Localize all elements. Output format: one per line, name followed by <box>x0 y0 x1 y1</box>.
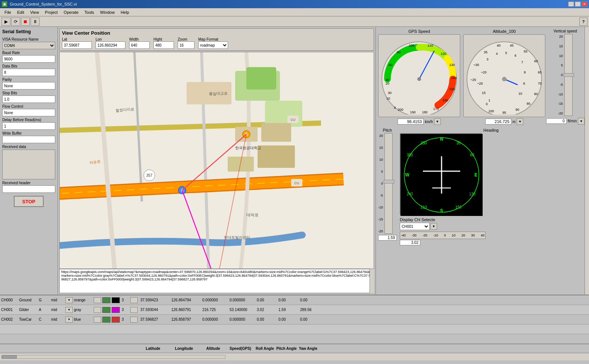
svg-text:0: 0 <box>394 106 396 110</box>
gps-speed-unit-btn[interactable]: ▼ <box>434 118 441 125</box>
vs-value: 0 <box>546 118 567 124</box>
altitude-unit: m <box>512 120 515 124</box>
url-scrollbar[interactable] <box>370 269 374 293</box>
svg-text:4: 4 <box>496 52 498 56</box>
hight-label: Hight <box>153 37 174 41</box>
vs-slider-handle[interactable] <box>564 73 574 77</box>
svg-text:90: 90 <box>515 108 519 112</box>
svg-text:100: 100 <box>488 109 494 113</box>
lat-label: Lat <box>62 37 92 41</box>
ch-yaw: 289.56 <box>300 308 321 312</box>
swatch-green-2[interactable] <box>102 307 110 313</box>
menu-help[interactable]: Help <box>118 9 132 15</box>
hight-input[interactable] <box>153 41 174 49</box>
svg-text:190: 190 <box>410 110 415 114</box>
num-arrow[interactable] <box>130 307 138 313</box>
altitude-display: ~25 ~30 35 40 45 55 60 65 75 80 85 90 95… <box>463 34 545 117</box>
lon-input[interactable] <box>96 41 125 49</box>
url-text: https://maps.googleapis.com/maps/api/sta… <box>61 270 370 281</box>
menu-edit[interactable]: Edit <box>14 9 27 15</box>
delay-input[interactable] <box>2 122 55 130</box>
abort-button[interactable]: ⏹ <box>21 18 30 26</box>
swatch-green-3[interactable] <box>102 317 110 323</box>
swatch-green-1[interactable] <box>102 297 110 303</box>
svg-text:40: 40 <box>497 44 501 47</box>
help-button[interactable]: ? <box>579 18 588 26</box>
svg-text:20: 20 <box>386 82 389 85</box>
ch-roll: 3.02 <box>257 308 277 312</box>
restore-button[interactable]: □ <box>575 1 581 7</box>
svg-text:65: 65 <box>538 70 542 74</box>
ch-name: Ground <box>19 298 38 302</box>
hight-group: Hight <box>153 37 174 49</box>
parity-input[interactable] <box>2 82 55 90</box>
vs-scale: 20151050 -5-10-15-20 <box>558 34 563 116</box>
svg-rect-7 <box>228 157 254 172</box>
ch-select-arrow[interactable]: ▼ <box>430 223 437 230</box>
pitch-slider-handle[interactable] <box>384 180 394 183</box>
scroll-thumb[interactable] <box>2 355 17 358</box>
horizontal-scrollbar[interactable] <box>1 355 225 359</box>
stop-button[interactable]: STOP <box>14 196 44 207</box>
swatch-magenta-2[interactable] <box>112 307 120 313</box>
menu-window[interactable]: Window <box>97 9 118 15</box>
svg-text:100: 100 <box>409 44 414 47</box>
svg-text:CU: CU <box>291 118 296 122</box>
pitch-title: Pitch <box>378 128 397 132</box>
num-arrow[interactable] <box>130 317 138 323</box>
minimize-button[interactable]: _ <box>568 1 574 7</box>
ch-id: CH000 <box>1 298 18 302</box>
menu-operate[interactable]: Operate <box>61 9 82 15</box>
color-arrow[interactable] <box>94 307 101 313</box>
svg-text:통일대교로: 통일대교로 <box>209 91 228 96</box>
svg-text:150: 150 <box>455 205 462 209</box>
num-arrow[interactable] <box>130 297 138 303</box>
ch-select-label: Display CH Selecte <box>400 217 582 222</box>
ch-size-arrow[interactable]: ▼ <box>65 317 73 323</box>
format-select[interactable]: roadmap <box>198 41 228 49</box>
map-header: View Center Position Lat Lon Width Hight <box>59 28 374 51</box>
stop-bits-input[interactable] <box>2 95 55 103</box>
ch-select-area: Display CH Selecte CH001 ▼ <box>400 217 582 230</box>
altitude-unit-btn[interactable]: ▼ <box>517 118 523 125</box>
zoom-input[interactable] <box>178 41 194 49</box>
flow-input[interactable] <box>2 109 55 116</box>
visa-select[interactable]: COM4 <box>2 42 55 49</box>
table-row-empty <box>0 334 589 344</box>
vs-unit-btn[interactable]: ▼ <box>578 118 585 125</box>
altitude-value-row: 216.725 m ▼ <box>485 118 523 125</box>
baud-input[interactable] <box>2 55 55 63</box>
color-arrow[interactable] <box>94 297 101 303</box>
pause-button[interactable]: ⏸ <box>31 18 40 26</box>
width-input[interactable] <box>129 41 150 49</box>
write-input[interactable] <box>2 136 55 143</box>
close-button[interactable]: ✕ <box>582 1 588 7</box>
lat-input[interactable] <box>62 41 92 49</box>
svg-text:357: 357 <box>146 173 153 178</box>
menu-view[interactable]: View <box>27 9 42 15</box>
svg-text:180: 180 <box>422 110 427 114</box>
run-cont-button[interactable]: ⟳ <box>11 18 20 26</box>
map-svg: 357 CU CU 할정다이로 자유로 통일대교로 대덕로 현대토탈카센터 한국… <box>60 52 374 269</box>
svg-text:55: 55 <box>524 50 527 53</box>
swatch-red-3[interactable] <box>112 317 120 323</box>
run-button[interactable]: ▶ <box>1 18 10 26</box>
ch-size-arrow[interactable]: ▼ <box>65 307 73 313</box>
ch-name: TowCar <box>19 317 38 321</box>
menu-project[interactable]: Project <box>42 9 60 15</box>
gps-speed-gauge: GPS Speed 40 60 <box>378 29 460 125</box>
svg-point-50 <box>417 77 421 81</box>
received-header-input[interactable] <box>2 185 55 193</box>
ch-select-dropdown[interactable]: CH001 <box>400 223 430 230</box>
menu-file[interactable]: File <box>1 9 14 15</box>
swatch-black-1[interactable] <box>112 297 120 303</box>
svg-text:130: 130 <box>449 63 455 67</box>
data-bits-input[interactable] <box>2 69 55 76</box>
right-scrollbar[interactable] <box>585 27 589 295</box>
ch-lat: 37.593044 <box>140 308 170 312</box>
ch-size-arrow[interactable]: ▼ <box>65 297 73 303</box>
color-arrow[interactable] <box>94 317 101 323</box>
svg-text:대덕로: 대덕로 <box>246 213 259 217</box>
channel-table: CH000 Ground G mid ▼ orange 3 37.599423 … <box>0 295 589 344</box>
menu-tools[interactable]: Tools <box>81 9 97 15</box>
